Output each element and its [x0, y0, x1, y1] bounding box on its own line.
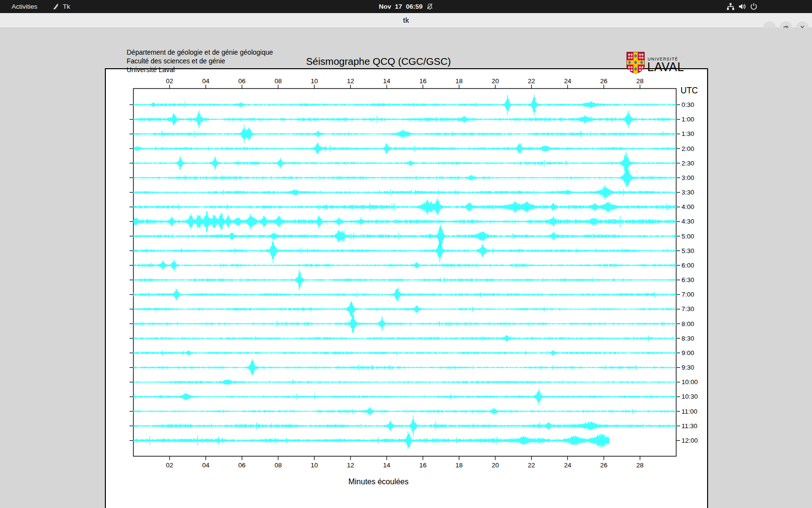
gnome-top-bar: Activities Tk Nov 17 06:59 — [0, 0, 812, 13]
system-status-area[interactable] — [726, 0, 758, 13]
power-icon — [750, 2, 758, 11]
clock-text: Nov 17 06:59 — [379, 3, 423, 10]
notifications-muted-bell-icon — [426, 3, 433, 10]
activities-label: Activities — [12, 3, 37, 10]
volume-icon — [738, 2, 746, 11]
tk-app-label: Tk — [63, 3, 70, 10]
seismograph-canvas — [105, 68, 708, 508]
window-titlebar[interactable]: tk — [0, 13, 812, 28]
window-title: tk — [0, 13, 812, 28]
activities-button[interactable]: Activities — [12, 0, 37, 13]
clock-button[interactable]: Nov 17 06:59 — [379, 0, 434, 13]
window-content — [0, 28, 812, 508]
network-icon — [726, 2, 735, 11]
tk-feather-icon — [52, 3, 59, 10]
tk-app-indicator[interactable]: Tk — [52, 0, 70, 13]
